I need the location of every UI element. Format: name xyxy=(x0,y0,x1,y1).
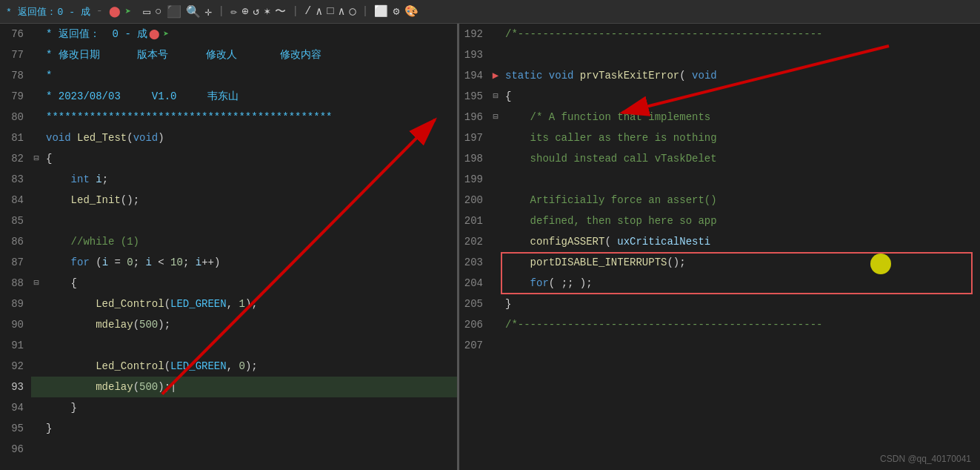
line-content-197: its caller as there is nothing xyxy=(501,128,980,148)
return-value: 0 - 成 xyxy=(58,5,90,19)
code-line-95: 95 } xyxy=(0,418,457,439)
eraser-icon[interactable]: ⊕ xyxy=(241,4,248,19)
line-num-196: 196 xyxy=(459,107,490,128)
line-num-192: 192 xyxy=(459,24,490,44)
code-line-81: 81 void Led_Test(void) xyxy=(0,128,457,148)
line-num-193: 193 xyxy=(459,44,490,65)
code-line-205: 205 } xyxy=(459,294,980,314)
slash-icon[interactable]: ∧ xyxy=(316,4,322,19)
line-content-83: int i; xyxy=(41,169,457,190)
return-text: * 返回值： xyxy=(6,5,56,19)
code-line-88: 88 ⊟ { xyxy=(0,273,457,294)
code-line-196: 196 ⊟ /* A function that implements xyxy=(459,107,980,128)
line-num-203: 203 xyxy=(459,252,490,273)
line-content-199 xyxy=(501,169,980,190)
rect-icon[interactable]: ⬛ xyxy=(167,4,181,19)
line-num-91: 91 xyxy=(0,335,31,356)
select-icon[interactable]: ▭ xyxy=(143,4,150,19)
line-num-85: 85 xyxy=(0,211,31,231)
code-line-80: 80 *************************************… xyxy=(0,107,457,128)
line-content-194: static void prvTaskExitError( void xyxy=(501,65,980,86)
wave-icon[interactable]: 〜 xyxy=(275,4,286,19)
rotate-icon[interactable]: ↺ xyxy=(253,4,259,19)
line-content-89: Led_Control(LED_GREEN, 1); xyxy=(41,294,457,314)
line-content-206: /*--------------------------------------… xyxy=(501,314,980,335)
line-num-81: 81 xyxy=(0,128,31,148)
line-content-202: configASSERT( uxCriticalNesti xyxy=(501,231,980,252)
code-line-207: 207 xyxy=(459,335,980,356)
line-content-193 xyxy=(501,44,980,65)
line-num-77: 77 xyxy=(0,44,31,65)
pen-icon[interactable]: ✏ xyxy=(230,4,237,19)
line-num-76: 76 xyxy=(0,24,31,44)
code-line-87: 87 for (i = 0; i < 10; i++) xyxy=(0,252,457,273)
success-icon[interactable]: ➤ xyxy=(125,5,131,18)
line-num-195: 195 xyxy=(459,86,490,107)
settings-icon[interactable]: ⚙ xyxy=(393,4,399,19)
line-num-88: 88 xyxy=(0,273,31,294)
line-content-92: Led_Control(LED_GREEN, 0); xyxy=(41,356,457,377)
line-content-95: } xyxy=(41,418,457,439)
line-content-200: Artificially force an assert() xyxy=(501,190,980,211)
line-content-85 xyxy=(41,211,457,231)
line-content-79: * 2023/08/03 V1.0 韦东山 xyxy=(41,86,457,107)
line-num-84: 84 xyxy=(0,190,31,211)
zoom-icon[interactable]: 🔍 xyxy=(186,4,201,19)
line-num-82: 82 xyxy=(0,148,31,169)
code-line-206: 206 /*----------------------------------… xyxy=(459,314,980,335)
code-line-193: 193 xyxy=(459,44,980,65)
line-num-205: 205 xyxy=(459,294,490,314)
code-line-78: 78 * xyxy=(0,65,457,86)
main-area: 76 * 返回值： 0 - 成⬤➤ 77 * 修改日期 版本号 修改人 修改内容… xyxy=(0,24,980,470)
code-line-91: 91 xyxy=(0,335,457,356)
line-num-87: 87 xyxy=(0,252,31,273)
code-line-200: 200 Artificially force an assert() xyxy=(459,190,980,211)
code-line-76: 76 * 返回值： 0 - 成⬤➤ xyxy=(0,24,457,44)
circle-icon[interactable]: ○ xyxy=(155,5,162,19)
line-content-87: for (i = 0; i < 10; i++) xyxy=(41,252,457,273)
frame-icon[interactable]: ⬜ xyxy=(374,4,388,19)
line-num-89: 89 xyxy=(0,294,31,314)
line-num-90: 90 xyxy=(0,314,31,335)
line-content-78: * xyxy=(41,65,457,86)
line-num-83: 83 xyxy=(0,169,31,190)
code-line-86: 86 //while (1) xyxy=(0,231,457,252)
line-num-199: 199 xyxy=(459,169,490,190)
line-content-96 xyxy=(41,439,457,460)
code-line-203: 203 portDISABLE_INTERRUPTS(); xyxy=(459,252,980,273)
line-content-86: //while (1) xyxy=(41,231,457,252)
line-content-90: mdelay(500); xyxy=(41,314,457,335)
oval-icon[interactable]: ◯ xyxy=(349,4,356,19)
move-icon[interactable]: ✛ xyxy=(205,4,213,19)
line-content-195: { xyxy=(501,86,980,107)
line-num-201: 201 xyxy=(459,211,490,231)
line-content-84: Led_Init(); xyxy=(41,190,457,211)
code-line-93: 93 mdelay(500);| xyxy=(0,377,457,397)
line-num-198: 198 xyxy=(459,148,490,169)
star-icon[interactable]: ✶ xyxy=(264,4,270,19)
left-code-area: 76 * 返回值： 0 - 成⬤➤ 77 * 修改日期 版本号 修改人 修改内容… xyxy=(0,24,457,470)
yellow-annotation-circle xyxy=(870,254,891,274)
square-icon[interactable]: □ xyxy=(327,5,333,18)
line-num-197: 197 xyxy=(459,128,490,148)
error-icon[interactable]: ⬤ xyxy=(109,5,121,18)
line-num-96: 96 xyxy=(0,439,31,460)
line-icon[interactable]: / xyxy=(304,5,311,18)
line-content-93: mdelay(500);| xyxy=(41,377,457,397)
line-num-95: 95 xyxy=(0,418,31,439)
line-content-88: { xyxy=(41,273,457,294)
code-line-85: 85 xyxy=(0,211,457,231)
code-line-77: 77 * 修改日期 版本号 修改人 修改内容 xyxy=(0,44,457,65)
color-icon[interactable]: 🎨 xyxy=(404,4,419,19)
wave2-icon[interactable]: ∧ xyxy=(338,4,344,19)
code-line-202: 202 configASSERT( uxCriticalNesti xyxy=(459,231,980,252)
code-line-195: 195 ⊟ { xyxy=(459,86,980,107)
line-content-80: ****************************************… xyxy=(41,107,457,128)
line-num-78: 78 xyxy=(0,65,31,86)
line-num-80: 80 xyxy=(0,107,31,128)
code-line-198: 198 should instead call vTaskDelet xyxy=(459,148,980,169)
code-line-96: 96 xyxy=(0,439,457,460)
code-line-89: 89 Led_Control(LED_GREEN, 1); xyxy=(0,294,457,314)
line-num-86: 86 xyxy=(0,231,31,252)
line-num-92: 92 xyxy=(0,356,31,377)
